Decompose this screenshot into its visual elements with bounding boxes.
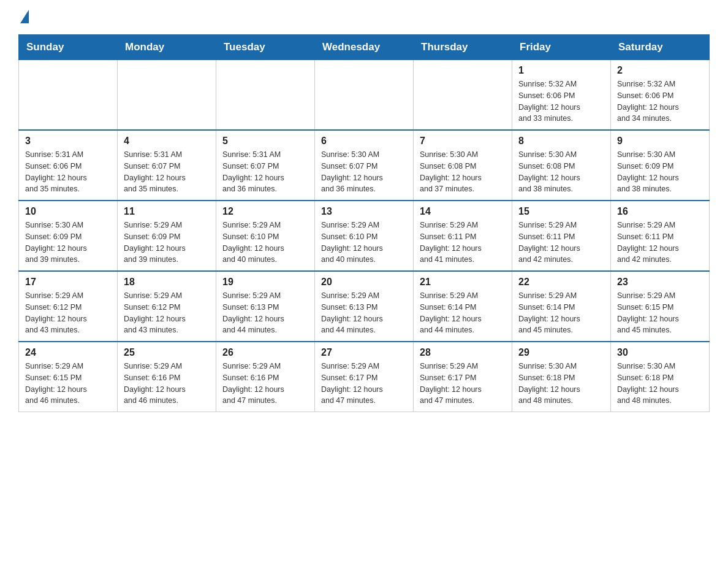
day-number: 24 xyxy=(25,347,111,358)
calendar-cell: 26Sunrise: 5:29 AMSunset: 6:16 PMDayligh… xyxy=(216,342,315,412)
day-sun-info: Sunrise: 5:30 AMSunset: 6:18 PMDaylight:… xyxy=(518,361,604,407)
day-number: 23 xyxy=(617,277,703,288)
calendar-cell: 23Sunrise: 5:29 AMSunset: 6:15 PMDayligh… xyxy=(611,271,710,342)
calendar-week-row: 10Sunrise: 5:30 AMSunset: 6:09 PMDayligh… xyxy=(19,201,710,271)
weekday-header-tuesday: Tuesday xyxy=(216,35,315,60)
day-number: 2 xyxy=(617,65,703,76)
calendar-cell: 25Sunrise: 5:29 AMSunset: 6:16 PMDayligh… xyxy=(118,342,216,412)
day-sun-info: Sunrise: 5:29 AMSunset: 6:13 PMDaylight:… xyxy=(321,290,407,336)
day-number: 30 xyxy=(617,347,703,358)
day-number: 26 xyxy=(222,347,308,358)
calendar-cell: 16Sunrise: 5:29 AMSunset: 6:11 PMDayligh… xyxy=(611,201,710,271)
day-sun-info: Sunrise: 5:29 AMSunset: 6:10 PMDaylight:… xyxy=(321,220,407,266)
day-number: 4 xyxy=(124,136,210,147)
day-number: 11 xyxy=(124,206,210,217)
day-sun-info: Sunrise: 5:30 AMSunset: 6:09 PMDaylight:… xyxy=(617,149,703,195)
calendar-week-row: 24Sunrise: 5:29 AMSunset: 6:15 PMDayligh… xyxy=(19,342,710,412)
day-sun-info: Sunrise: 5:30 AMSunset: 6:07 PMDaylight:… xyxy=(321,149,407,195)
calendar-cell: 9Sunrise: 5:30 AMSunset: 6:09 PMDaylight… xyxy=(611,130,710,201)
day-number: 14 xyxy=(420,206,506,217)
calendar-cell: 5Sunrise: 5:31 AMSunset: 6:07 PMDaylight… xyxy=(216,130,315,201)
calendar-cell xyxy=(216,60,315,131)
day-sun-info: Sunrise: 5:29 AMSunset: 6:16 PMDaylight:… xyxy=(222,361,308,407)
day-sun-info: Sunrise: 5:29 AMSunset: 6:14 PMDaylight:… xyxy=(420,290,506,336)
day-sun-info: Sunrise: 5:29 AMSunset: 6:09 PMDaylight:… xyxy=(124,220,210,266)
day-sun-info: Sunrise: 5:29 AMSunset: 6:11 PMDaylight:… xyxy=(617,220,703,266)
calendar-cell: 4Sunrise: 5:31 AMSunset: 6:07 PMDaylight… xyxy=(118,130,216,201)
day-number: 5 xyxy=(222,136,308,147)
page-header xyxy=(18,12,710,22)
calendar-cell: 28Sunrise: 5:29 AMSunset: 6:17 PMDayligh… xyxy=(414,342,512,412)
day-sun-info: Sunrise: 5:29 AMSunset: 6:11 PMDaylight:… xyxy=(518,220,604,266)
day-number: 6 xyxy=(321,136,407,147)
day-number: 18 xyxy=(124,277,210,288)
calendar-cell: 22Sunrise: 5:29 AMSunset: 6:14 PMDayligh… xyxy=(512,271,611,342)
calendar-cell: 21Sunrise: 5:29 AMSunset: 6:14 PMDayligh… xyxy=(414,271,512,342)
weekday-header-sunday: Sunday xyxy=(19,35,118,60)
day-number: 1 xyxy=(518,65,604,76)
day-sun-info: Sunrise: 5:29 AMSunset: 6:12 PMDaylight:… xyxy=(124,290,210,336)
day-sun-info: Sunrise: 5:31 AMSunset: 6:07 PMDaylight:… xyxy=(222,149,308,195)
calendar-cell: 2Sunrise: 5:32 AMSunset: 6:06 PMDaylight… xyxy=(611,60,710,131)
day-number: 21 xyxy=(420,277,506,288)
weekday-header-thursday: Thursday xyxy=(414,35,512,60)
day-sun-info: Sunrise: 5:29 AMSunset: 6:17 PMDaylight:… xyxy=(321,361,407,407)
calendar-cell: 24Sunrise: 5:29 AMSunset: 6:15 PMDayligh… xyxy=(19,342,118,412)
calendar-cell: 14Sunrise: 5:29 AMSunset: 6:11 PMDayligh… xyxy=(414,201,512,271)
calendar-cell: 19Sunrise: 5:29 AMSunset: 6:13 PMDayligh… xyxy=(216,271,315,342)
day-sun-info: Sunrise: 5:29 AMSunset: 6:16 PMDaylight:… xyxy=(124,361,210,407)
day-sun-info: Sunrise: 5:31 AMSunset: 6:06 PMDaylight:… xyxy=(25,149,111,195)
day-number: 22 xyxy=(518,277,604,288)
day-number: 27 xyxy=(321,347,407,358)
day-number: 17 xyxy=(25,277,111,288)
day-sun-info: Sunrise: 5:29 AMSunset: 6:10 PMDaylight:… xyxy=(222,220,308,266)
day-number: 7 xyxy=(420,136,506,147)
calendar-cell: 30Sunrise: 5:30 AMSunset: 6:18 PMDayligh… xyxy=(611,342,710,412)
calendar-cell: 1Sunrise: 5:32 AMSunset: 6:06 PMDaylight… xyxy=(512,60,611,131)
day-sun-info: Sunrise: 5:32 AMSunset: 6:06 PMDaylight:… xyxy=(617,79,703,124)
calendar-cell: 7Sunrise: 5:30 AMSunset: 6:08 PMDaylight… xyxy=(414,130,512,201)
day-sun-info: Sunrise: 5:29 AMSunset: 6:11 PMDaylight:… xyxy=(420,220,506,266)
day-sun-info: Sunrise: 5:31 AMSunset: 6:07 PMDaylight:… xyxy=(124,149,210,195)
calendar-cell xyxy=(118,60,216,131)
day-sun-info: Sunrise: 5:29 AMSunset: 6:17 PMDaylight:… xyxy=(420,361,506,407)
day-number: 16 xyxy=(617,206,703,217)
day-number: 9 xyxy=(617,136,703,147)
calendar-week-row: 3Sunrise: 5:31 AMSunset: 6:06 PMDaylight… xyxy=(19,130,710,201)
calendar-cell xyxy=(19,60,118,131)
calendar-cell: 12Sunrise: 5:29 AMSunset: 6:10 PMDayligh… xyxy=(216,201,315,271)
weekday-header-saturday: Saturday xyxy=(611,35,710,60)
day-number: 19 xyxy=(222,277,308,288)
calendar-week-row: 17Sunrise: 5:29 AMSunset: 6:12 PMDayligh… xyxy=(19,271,710,342)
day-number: 20 xyxy=(321,277,407,288)
day-sun-info: Sunrise: 5:30 AMSunset: 6:18 PMDaylight:… xyxy=(617,361,703,407)
day-number: 10 xyxy=(25,206,111,217)
calendar-week-row: 1Sunrise: 5:32 AMSunset: 6:06 PMDaylight… xyxy=(19,60,710,131)
day-number: 12 xyxy=(222,206,308,217)
calendar-cell: 17Sunrise: 5:29 AMSunset: 6:12 PMDayligh… xyxy=(19,271,118,342)
day-sun-info: Sunrise: 5:29 AMSunset: 6:15 PMDaylight:… xyxy=(617,290,703,336)
day-sun-info: Sunrise: 5:32 AMSunset: 6:06 PMDaylight:… xyxy=(518,79,604,124)
weekday-header-monday: Monday xyxy=(118,35,216,60)
day-sun-info: Sunrise: 5:29 AMSunset: 6:13 PMDaylight:… xyxy=(222,290,308,336)
calendar-cell: 18Sunrise: 5:29 AMSunset: 6:12 PMDayligh… xyxy=(118,271,216,342)
calendar-cell xyxy=(414,60,512,131)
calendar-cell: 29Sunrise: 5:30 AMSunset: 6:18 PMDayligh… xyxy=(512,342,611,412)
day-sun-info: Sunrise: 5:30 AMSunset: 6:08 PMDaylight:… xyxy=(518,149,604,195)
day-sun-info: Sunrise: 5:30 AMSunset: 6:08 PMDaylight:… xyxy=(420,149,506,195)
calendar-cell: 6Sunrise: 5:30 AMSunset: 6:07 PMDaylight… xyxy=(315,130,414,201)
calendar-cell: 27Sunrise: 5:29 AMSunset: 6:17 PMDayligh… xyxy=(315,342,414,412)
day-number: 29 xyxy=(518,347,604,358)
calendar-cell: 15Sunrise: 5:29 AMSunset: 6:11 PMDayligh… xyxy=(512,201,611,271)
calendar-cell: 20Sunrise: 5:29 AMSunset: 6:13 PMDayligh… xyxy=(315,271,414,342)
day-sun-info: Sunrise: 5:29 AMSunset: 6:12 PMDaylight:… xyxy=(25,290,111,336)
day-sun-info: Sunrise: 5:29 AMSunset: 6:15 PMDaylight:… xyxy=(25,361,111,407)
logo-triangle-icon xyxy=(20,10,29,23)
weekday-header-wednesday: Wednesday xyxy=(315,35,414,60)
calendar-cell: 8Sunrise: 5:30 AMSunset: 6:08 PMDaylight… xyxy=(512,130,611,201)
calendar-cell xyxy=(315,60,414,131)
day-sun-info: Sunrise: 5:29 AMSunset: 6:14 PMDaylight:… xyxy=(518,290,604,336)
day-number: 13 xyxy=(321,206,407,217)
calendar-cell: 3Sunrise: 5:31 AMSunset: 6:06 PMDaylight… xyxy=(19,130,118,201)
day-number: 3 xyxy=(25,136,111,147)
